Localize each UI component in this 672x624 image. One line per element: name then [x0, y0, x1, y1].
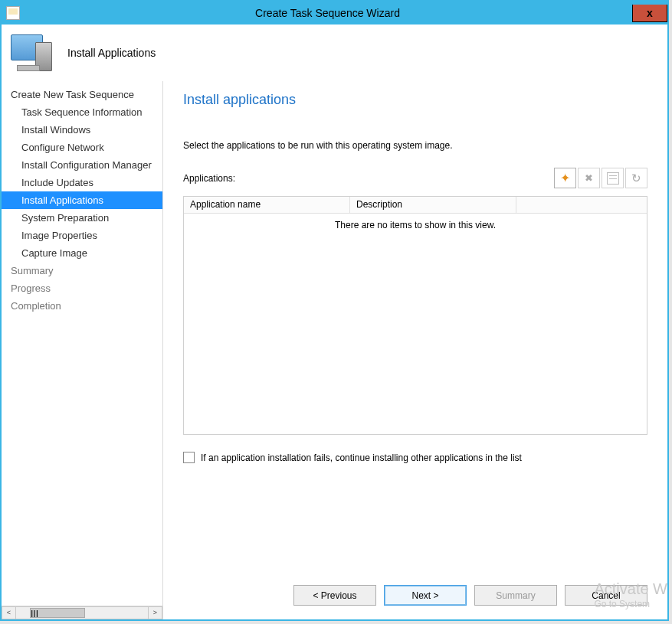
page-title: Install applications [183, 92, 647, 108]
sidebar-item[interactable]: Create New Task Sequence [2, 86, 162, 103]
col-application-name[interactable]: Application name [184, 197, 350, 214]
window-body: Install Applications Create New Task Seq… [2, 25, 667, 619]
add-button[interactable] [554, 168, 576, 188]
sidebar-item[interactable]: Image Properties [2, 227, 162, 244]
continue-on-fail-checkbox[interactable] [183, 452, 195, 463]
sidebar-item: Completion [2, 297, 162, 315]
table-header: Application name Description [184, 197, 647, 214]
applications-row: Applications: [183, 168, 647, 188]
computer-icon [11, 34, 52, 71]
properties-button[interactable] [602, 168, 624, 188]
scroll-track[interactable]: III [16, 606, 148, 619]
cancel-button[interactable]: Cancel [565, 585, 647, 606]
continue-on-fail-label[interactable]: If an application installation fails, co… [201, 452, 522, 463]
summary-button: Summary [474, 585, 557, 606]
delete-icon [585, 172, 593, 184]
clear-button[interactable] [625, 168, 647, 188]
header-row: Install Applications [2, 25, 667, 81]
properties-icon [607, 172, 619, 185]
body: Create New Task SequenceTask Sequence In… [2, 81, 667, 619]
sidebar-hscrollbar[interactable]: < III > [2, 606, 162, 619]
table-empty-message: There are no items to show in this view. [184, 214, 647, 434]
scroll-left-button[interactable]: < [2, 606, 16, 619]
next-button[interactable]: Next > [384, 585, 467, 606]
sidebar: Create New Task SequenceTask Sequence In… [2, 81, 163, 619]
col-spacer [516, 197, 647, 214]
app-icon [6, 6, 20, 20]
sidebar-item: Summary [2, 262, 162, 279]
applications-toolbar [554, 168, 647, 188]
step-list: Create New Task SequenceTask Sequence In… [2, 81, 162, 606]
titlebar: Create Task Sequence Wizard x [2, 2, 667, 25]
sidebar-item[interactable]: System Preparation [2, 209, 162, 227]
continue-on-fail-row: If an application installation fails, co… [183, 452, 647, 463]
section-label: Install Applications [67, 47, 156, 59]
sidebar-item: Progress [2, 279, 162, 297]
window-title: Create Task Sequence Wizard [23, 7, 632, 19]
sidebar-item[interactable]: Include Updates [2, 174, 162, 191]
scroll-right-button[interactable]: > [148, 606, 162, 619]
cycle-icon [631, 172, 641, 185]
sidebar-item[interactable]: Capture Image [2, 244, 162, 262]
sidebar-item[interactable]: Install Windows [2, 121, 162, 139]
remove-button[interactable] [578, 168, 600, 188]
wizard-window: Create Task Sequence Wizard x Install Ap… [0, 0, 669, 621]
previous-button[interactable]: < Previous [293, 585, 376, 606]
main-panel: Install applications Select the applicat… [163, 81, 667, 619]
sidebar-item[interactable]: Install Configuration Manager [2, 156, 162, 174]
col-description[interactable]: Description [350, 197, 516, 214]
applications-label: Applications: [183, 173, 554, 184]
instruction-text: Select the applications to be run with t… [183, 140, 647, 151]
scroll-thumb[interactable]: III [30, 608, 85, 618]
wizard-footer: < Previous Next > Summary Cancel Activat… [183, 551, 647, 606]
starburst-icon [560, 171, 570, 185]
sidebar-item[interactable]: Install Applications [2, 191, 162, 209]
applications-table[interactable]: Application name Description There are n… [183, 196, 647, 435]
close-button[interactable]: x [632, 5, 667, 22]
sidebar-item[interactable]: Task Sequence Information [2, 103, 162, 121]
sidebar-item[interactable]: Configure Network [2, 139, 162, 156]
